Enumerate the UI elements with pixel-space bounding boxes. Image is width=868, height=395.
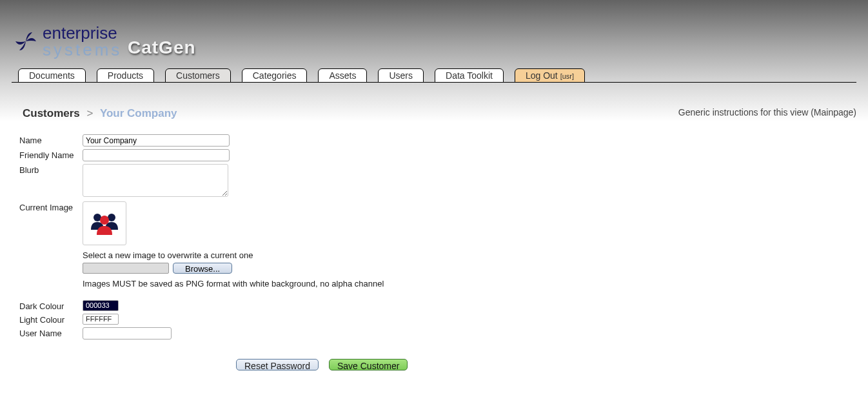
friendly-name-input[interactable] (83, 149, 230, 161)
tab-data-toolkit[interactable]: Data Toolkit (435, 68, 504, 83)
breadcrumb-sep: > (87, 107, 94, 119)
app-name: CatGen (128, 37, 196, 58)
header: enterprise systems CatGen Documents Prod… (0, 0, 868, 83)
logo-text-line2: systems (43, 41, 122, 58)
blurb-textarea[interactable] (83, 164, 228, 197)
view-hint: Generic instructions for this view (Main… (678, 107, 856, 117)
dark-colour-input[interactable]: 000033 (83, 300, 119, 311)
image-select-help: Select a new image to overwrite a curren… (83, 250, 384, 260)
name-input[interactable] (83, 134, 230, 147)
browse-button[interactable]: Browse... (173, 263, 232, 274)
label-dark-colour: Dark Colour (19, 300, 83, 311)
tab-log-out[interactable]: Log Out [usr] (515, 68, 585, 83)
group-icon (90, 210, 119, 236)
label-light-colour: Light Colour (19, 314, 83, 325)
breadcrumb: Customers > Your Company (23, 107, 177, 120)
tab-customers[interactable]: Customers (165, 68, 231, 83)
logo: enterprise systems (13, 25, 122, 58)
save-customer-button[interactable]: Save Customer (329, 359, 408, 370)
tab-products[interactable]: Products (97, 68, 154, 83)
tab-documents[interactable]: Documents (18, 68, 86, 83)
user-name-input[interactable] (83, 327, 172, 339)
label-user-name: User Name (19, 327, 83, 338)
tab-users[interactable]: Users (378, 68, 424, 83)
tab-assets[interactable]: Assets (318, 68, 367, 83)
breadcrumb-leaf: Your Company (100, 107, 177, 119)
light-colour-input[interactable]: FFFFFF (83, 314, 119, 325)
customer-form: Name Friendly Name Blurb Current Image S… (0, 121, 600, 370)
label-current-image: Current Image (19, 201, 83, 212)
logo-mark-icon (13, 28, 39, 54)
svg-point-2 (100, 216, 109, 225)
label-name: Name (19, 134, 83, 145)
label-friendly-name: Friendly Name (19, 149, 83, 160)
content-header: Customers > Your Company Generic instruc… (0, 83, 868, 121)
file-path-display (83, 263, 169, 274)
current-image-preview (83, 201, 126, 245)
tab-categories[interactable]: Categories (242, 68, 308, 83)
reset-password-button[interactable]: Reset Password (236, 359, 319, 370)
logo-text-line1: enterprise (43, 25, 122, 41)
label-blurb: Blurb (19, 164, 83, 175)
tab-bar: Documents Products Customers Categories … (12, 69, 856, 83)
image-format-note: Images MUST be saved as PNG format with … (83, 279, 384, 289)
breadcrumb-root[interactable]: Customers (23, 107, 80, 119)
